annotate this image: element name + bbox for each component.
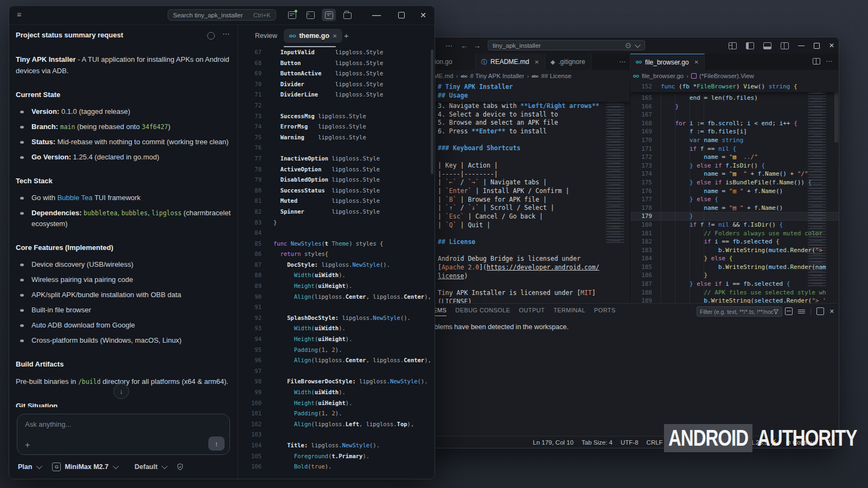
- toggle-secondary-sidebar-icon[interactable]: [781, 42, 789, 49]
- profile-select[interactable]: Default: [135, 463, 157, 471]
- panel-actions: ✕: [785, 307, 834, 315]
- line-number: 186: [630, 271, 652, 280]
- collapse-all-icon[interactable]: [798, 310, 805, 313]
- tab-close-icon[interactable]: ✕: [333, 33, 337, 39]
- chat-list-item: Device discovery (USB/wireless): [17, 259, 231, 270]
- model-select[interactable]: MiniMax M2.7: [65, 463, 108, 471]
- watermark-word2: AUTHORITY: [757, 425, 857, 451]
- close-button[interactable]: ✕: [415, 6, 431, 24]
- tab-file-browser-go[interactable]: GO file_browser.go ✕: [630, 54, 705, 70]
- assistant-toolbar: [285, 9, 354, 21]
- gofile-editor[interactable]: 152func (fb *FileBrowser) View() string …: [630, 82, 839, 303]
- tab-theme-go[interactable]: GO theme.go ✕: [284, 29, 342, 43]
- panel-layout-icon[interactable]: [322, 9, 336, 21]
- tab-overflow-icon[interactable]: ⋯: [619, 58, 626, 66]
- folder-icon[interactable]: [340, 9, 354, 21]
- symbol-method-icon: [691, 73, 697, 79]
- tab-review[interactable]: Review: [255, 32, 277, 40]
- status-item[interactable]: Ln 179, Col 10: [533, 439, 573, 446]
- tab--gitignore[interactable]: ◆.gitignore: [545, 54, 591, 70]
- readme-editor[interactable]: # Tiny APK Installer## Usage 3. Navigate…: [406, 82, 630, 303]
- line-number: 169: [630, 127, 652, 136]
- tab-readme-md[interactable]: ⓘREADME.md✕: [476, 54, 545, 70]
- readme-minimap[interactable]: [605, 82, 628, 245]
- panel-tab-terminal[interactable]: TERMINAL: [553, 307, 585, 316]
- source-control-icon[interactable]: [285, 9, 299, 21]
- minimize-button[interactable]: —: [798, 42, 805, 49]
- filter-placeholder: Filter (e.g. text, **/*.ts, !**/nod...: [700, 309, 773, 315]
- maximize-button[interactable]: [393, 6, 410, 24]
- line-number: 178: [630, 204, 652, 213]
- hamburger-menu-icon[interactable]: ≡: [17, 10, 21, 19]
- tab-close-icon[interactable]: ✕: [694, 59, 699, 65]
- problems-filter-input[interactable]: Filter (e.g. text, **/*.ts, !**/nod...: [697, 306, 782, 317]
- breadcrumb-item[interactable]: ## License: [541, 73, 571, 79]
- code-line: 95 Padding(1, 2).: [238, 345, 435, 356]
- readme-content: 3. Navigate tabs with **Left/Right arrow…: [406, 102, 630, 303]
- assistant-editor-scrollbar[interactable]: [431, 49, 433, 174]
- readme-line: [Apache 2.0](https://developer.android.c…: [438, 264, 630, 272]
- chat-menu-icon[interactable]: ⋯: [222, 30, 230, 38]
- copilot-icon[interactable]: [625, 42, 631, 49]
- panel-tab-output[interactable]: OUTPUT: [519, 307, 545, 316]
- editor-actions-icon[interactable]: ⋯: [826, 57, 832, 65]
- chat-messages[interactable]: Tiny APK Installer - A TUI application f…: [16, 46, 231, 407]
- tab-label: ion.go: [435, 58, 452, 66]
- chat-heading: Tech Stack: [16, 177, 231, 185]
- line-number: 184: [630, 254, 652, 263]
- search-input[interactable]: Search tiny_apk_installer Ctrl+K: [168, 9, 276, 21]
- forward-icon[interactable]: →: [474, 42, 481, 50]
- terminal-icon[interactable]: [303, 9, 317, 21]
- toggle-sidebar-icon[interactable]: [746, 42, 754, 49]
- view-as-table-icon[interactable]: [785, 307, 793, 315]
- command-center[interactable]: tiny_apk_installer: [488, 40, 645, 50]
- bullet-icon: [20, 156, 24, 159]
- split-editor-icon[interactable]: [813, 58, 820, 65]
- chevron-down-icon[interactable]: [635, 41, 641, 47]
- chat-input[interactable]: Ask anything... + ↑: [17, 414, 230, 455]
- status-item[interactable]: CRLF: [647, 439, 663, 446]
- status-item[interactable]: UTF-8: [621, 439, 639, 446]
- customize-layout-icon[interactable]: [729, 42, 737, 49]
- panel-tab-debug-console[interactable]: DEBUG CONSOLE: [455, 307, 510, 316]
- theme-go-content[interactable]: 67 InputValid lipgloss.Style68 Button li…: [238, 47, 435, 479]
- line-number: 96: [238, 355, 261, 366]
- funnel-icon: [773, 309, 779, 314]
- readme-line: | `Q` | Quit |: [438, 221, 630, 230]
- code-line: 72: [238, 100, 435, 111]
- line-number: 97: [238, 366, 261, 377]
- code-line: 77 InactiveOption lipgloss.Style: [238, 153, 435, 164]
- line-number: 171: [630, 145, 652, 153]
- attach-plus-icon[interactable]: +: [25, 440, 30, 450]
- send-button[interactable]: ↑: [208, 436, 225, 451]
- maximize-panel-icon[interactable]: [816, 307, 824, 315]
- vscode-window-controls: — ✕: [729, 37, 834, 54]
- chat-list-item: Status: Mid-rebase with nothing to commi…: [17, 137, 231, 147]
- bottom-panel: PROBLEMSDEBUG CONSOLEOUTPUTTERMINALPORTS…: [406, 303, 839, 436]
- line-number: 80: [238, 185, 261, 196]
- line-number: 183: [630, 246, 652, 255]
- breadcrumb-item[interactable]: # Tiny APK Installer: [470, 73, 525, 79]
- minimize-button[interactable]: —: [368, 6, 385, 24]
- bullet-icon: [20, 279, 24, 281]
- maximize-button[interactable]: [814, 43, 820, 49]
- menu-ellipsis-icon[interactable]: ⋯: [445, 42, 452, 50]
- readme-line: license): [438, 272, 630, 281]
- shield-icon[interactable]: [176, 463, 184, 471]
- readme-line: ### Keyboard Shortcuts: [438, 144, 630, 153]
- line-number: 69: [238, 68, 261, 79]
- toggle-panel-icon[interactable]: [763, 42, 771, 49]
- new-tab-button[interactable]: +: [344, 31, 349, 40]
- tab-close-icon[interactable]: ✕: [534, 59, 539, 65]
- scroll-to-bottom-button[interactable]: ↓: [113, 383, 129, 399]
- status-item[interactable]: Tab Size: 4: [582, 439, 612, 446]
- close-button[interactable]: ✕: [829, 42, 834, 49]
- line-number: 88: [238, 270, 261, 281]
- panel-tab-ports[interactable]: PORTS: [594, 307, 616, 316]
- back-icon[interactable]: ←: [461, 42, 468, 50]
- mode-select[interactable]: Plan: [18, 463, 32, 471]
- line-number: 77: [238, 153, 261, 164]
- close-panel-icon[interactable]: ✕: [829, 308, 834, 315]
- gofile-minimap[interactable]: [807, 82, 829, 288]
- breadcrumb-right[interactable]: GO file_browser.go › (*FileBrowser).View: [633, 73, 754, 79]
